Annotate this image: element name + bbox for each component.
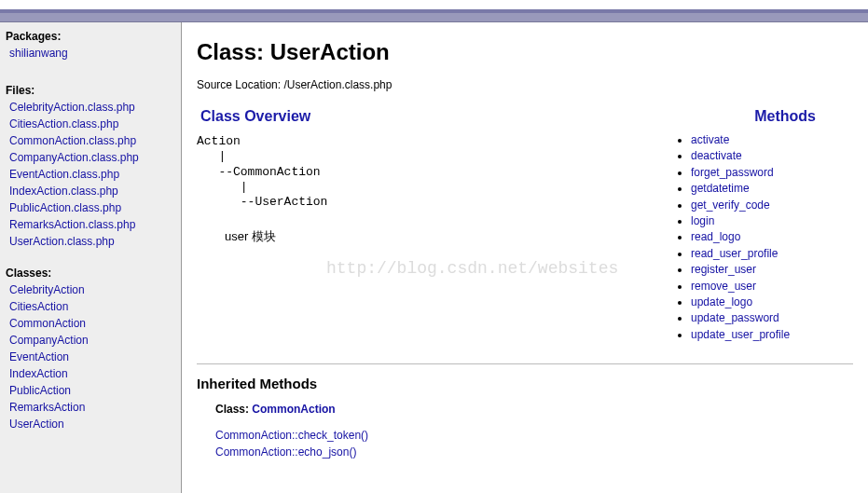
list-item: read_user_profile — [691, 246, 853, 262]
file-link[interactable]: CitiesAction.class.php — [6, 116, 175, 132]
files-heading: Files: — [6, 84, 175, 97]
method-link[interactable]: read_logo — [691, 230, 740, 243]
method-link[interactable]: get_verify_code — [691, 199, 770, 212]
list-item: register_user — [691, 262, 853, 278]
method-link[interactable]: login — [691, 214, 714, 227]
class-link[interactable]: UserAction — [6, 416, 175, 432]
inherited-class-ref: Class: CommonAction — [215, 403, 853, 416]
class-overview: Class Overview Action | --CommonAction |… — [197, 104, 648, 343]
file-link[interactable]: CommonAction.class.php — [6, 132, 175, 149]
class-description: user 模块 — [225, 228, 648, 245]
file-link[interactable]: RemarksAction.class.php — [6, 216, 175, 233]
source-location: Source Location: /UserAction.class.php — [197, 78, 853, 91]
file-link[interactable]: IndexAction.class.php — [6, 183, 175, 199]
class-link[interactable]: CommonAction — [6, 315, 175, 332]
page-title: Class: UserAction — [197, 39, 853, 65]
inherited-methods-heading: Inherited Methods — [197, 376, 853, 391]
files-list: CelebrityAction.class.php CitiesAction.c… — [6, 99, 175, 250]
classes-list: CelebrityAction CitiesAction CommonActio… — [6, 281, 175, 432]
inherited-method-link[interactable]: CommonAction::echo_json() — [215, 444, 853, 460]
methods-panel: Methods activate deactivate forget_passw… — [676, 104, 853, 343]
classes-heading: Classes: — [6, 267, 175, 280]
method-link[interactable]: getdatetime — [691, 182, 750, 195]
file-link[interactable]: CompanyAction.class.php — [6, 149, 175, 166]
method-link[interactable]: activate — [691, 133, 729, 146]
list-item: update_logo — [691, 294, 853, 310]
class-link[interactable]: CompanyAction — [6, 332, 175, 349]
list-item: deactivate — [691, 148, 853, 164]
method-link[interactable]: update_user_profile — [691, 328, 790, 341]
sidebar: Packages: shilianwang Files: CelebrityAc… — [0, 22, 182, 493]
list-item: read_logo — [691, 229, 853, 245]
list-item: forget_password — [691, 165, 853, 181]
list-item: update_password — [691, 310, 853, 326]
class-link[interactable]: IndexAction — [6, 365, 175, 382]
packages-heading: Packages: — [6, 30, 175, 43]
class-hierarchy: Action | --CommonAction | --UserAction — [197, 134, 648, 210]
class-link[interactable]: CelebrityAction — [6, 281, 175, 298]
method-link[interactable]: update_logo — [691, 295, 752, 308]
class-link[interactable]: EventAction — [6, 349, 175, 365]
methods-heading: Methods — [676, 108, 853, 125]
method-link[interactable]: register_user — [691, 263, 756, 276]
section-divider — [197, 363, 853, 364]
package-link[interactable]: shilianwang — [6, 45, 175, 62]
inherited-class-link[interactable]: CommonAction — [252, 403, 335, 416]
method-link[interactable]: read_user_profile — [691, 247, 778, 260]
method-link[interactable]: update_password — [691, 311, 779, 324]
file-link[interactable]: PublicAction.class.php — [6, 199, 175, 216]
file-link[interactable]: UserAction.class.php — [6, 233, 175, 250]
main-content: Class: UserAction Source Location: /User… — [182, 22, 868, 493]
packages-list: shilianwang — [6, 45, 175, 62]
list-item: activate — [691, 132, 853, 148]
class-link[interactable]: CitiesAction — [6, 298, 175, 315]
class-prefix: Class: — [215, 403, 252, 416]
class-link[interactable]: PublicAction — [6, 382, 175, 399]
list-item: get_verify_code — [691, 198, 853, 213]
methods-list: activate deactivate forget_password getd… — [676, 132, 853, 343]
inherited-method-link[interactable]: CommonAction::check_token() — [215, 427, 853, 444]
file-link[interactable]: EventAction.class.php — [6, 166, 175, 183]
method-link[interactable]: forget_password — [691, 166, 774, 179]
header-bar — [0, 9, 868, 22]
class-link[interactable]: RemarksAction — [6, 399, 175, 416]
list-item: login — [691, 213, 853, 229]
list-item: update_user_profile — [691, 327, 853, 343]
method-link[interactable]: remove_user — [691, 280, 756, 293]
overview-heading: Class Overview — [200, 108, 648, 125]
method-link[interactable]: deactivate — [691, 149, 742, 162]
list-item: remove_user — [691, 279, 853, 294]
list-item: getdatetime — [691, 181, 853, 197]
page-container: Packages: shilianwang Files: CelebrityAc… — [0, 22, 868, 493]
inherited-methods-list: CommonAction::check_token() CommonAction… — [215, 427, 853, 460]
file-link[interactable]: CelebrityAction.class.php — [6, 99, 175, 116]
